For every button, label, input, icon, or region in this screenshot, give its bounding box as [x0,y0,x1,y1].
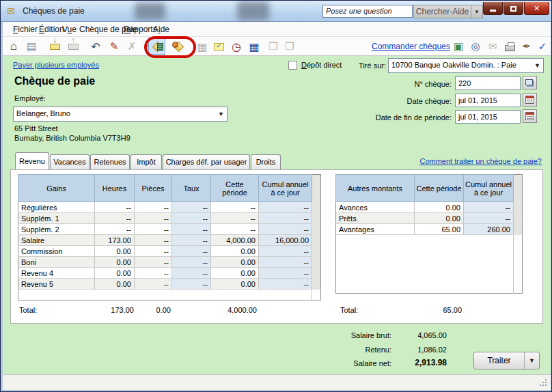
employee-name: Belanger, Bruno [16,109,70,117]
table-row: Supplém. 2 -- -- -- -- -- [18,224,321,235]
table-row: Revenu 5 0.00 -- -- 0.00 -- [18,279,321,290]
maximize-button[interactable] [503,2,523,15]
tab-droits[interactable]: Droits [251,154,281,169]
search-help-dropdown-arrow-icon[interactable]: ▼ [471,5,483,18]
employee-address-line2: Burnaby, British Columbia V7T3H9 [14,134,130,142]
recalculate-taxes-icon: ▦ [195,39,210,54]
tab-impot[interactable]: Impôt [130,154,162,169]
menu-vue[interactable]: Vue [62,25,77,34]
table-row: Avantages 65.00 260.00 [336,224,523,235]
redacted-blur [237,1,269,20]
tab-charges-def-par-usager[interactable]: Charges déf. par usager [163,154,250,169]
table-row: Boni 0.00 -- -- 0.00 -- [18,257,321,268]
order-cheques-icon[interactable]: ▣ [451,39,466,54]
drawn-on-dropdown[interactable]: 10700 Banque Oakville Domin. : Paie ▼ [388,58,544,73]
income-header-row: Gains Heures Pièces Taux Cette période C… [18,175,321,202]
minimize-button[interactable] [483,2,503,15]
ask-question-input[interactable]: Posez une question [322,5,413,18]
menu-edition[interactable]: Édition [39,25,64,34]
other-amounts-table: Autres montants Cette période Cumul annu… [335,174,523,294]
calendar-icon [525,96,534,104]
menu-fichier[interactable]: Fichier [13,25,38,34]
how-to-process-paycheque-link[interactable]: Comment traiter un chèque de paie? [370,157,542,165]
table-row: Supplém. 1 -- -- -- -- -- [18,213,321,224]
menu-aide[interactable]: Aide [153,25,169,34]
cheque-date-label: Date chèque: [301,97,452,105]
table-row: Revenu 4 0.00 -- -- 0.00 -- [18,268,321,279]
period-end-calendar-button[interactable] [523,109,537,123]
table-row: Régulières -- -- -- -- -- [18,202,321,213]
period-end-date-input[interactable]: jul 01, 2015 [455,110,521,124]
process-button[interactable]: Traiter ▼ [473,352,540,369]
red-annotation-oval [144,36,196,58]
menu-rapports[interactable]: Rapports [124,25,157,34]
income-total-label: Total: [19,306,37,314]
table-row: Commission 0.00 -- -- 0.00 -- [18,246,321,257]
chevron-down-icon: ▼ [534,62,540,69]
table-row: Salaire 173.00 -- -- 4,000.00 16,000.00 [18,235,321,246]
other-header-row: Autres montants Cette période Cumul annu… [336,175,523,202]
calendar-icon [525,112,534,120]
cheque-date-calendar-button[interactable] [523,93,537,107]
paycheque-window: ✉ Chèques de paie Posez une question Che… [0,0,552,392]
cheque-number-lookup-button[interactable] [523,76,537,89]
table-row: Prêts 0.00 -- [336,213,523,224]
withheld-value: 1,086.02 [387,346,447,354]
resize-grip[interactable] [545,384,547,386]
other-total-period: 65.00 [411,306,462,314]
email-icon: ✉ [485,39,500,54]
table-row: Avances 0.00 -- [336,202,523,213]
window-title: Chèques de paie [23,6,85,16]
pay-multiple-employees-link[interactable]: Payer plusieurs employés [13,61,99,69]
allocate-icon[interactable] [211,39,226,54]
period-end-date-label: Date de fin de période: [301,113,452,122]
cheque-number-label: N° chèque: [301,80,452,88]
withheld-label: Retenu: [281,346,391,354]
reverse-icon: ✗ [124,39,139,54]
page-title: Chèque de paie [14,75,95,87]
redacted-blur [135,3,165,20]
income-total-period: 4,000.00 [209,306,257,314]
customize-icon[interactable]: ✒ [519,39,534,54]
store-icon[interactable] [47,39,62,54]
order-cheques-link[interactable]: Commander chèques [372,42,450,51]
close-button[interactable]: ✕ [524,2,549,15]
home-icon[interactable]: ⌂ [6,39,21,54]
employee-address-line1: 65 Pitt Street [14,124,58,132]
preview-icon[interactable]: ◎ [468,39,483,54]
process-dropdown-arrow-icon[interactable]: ▼ [524,352,539,369]
statusbar [3,374,551,390]
cheque-date-input[interactable]: jul 01, 2015 [455,94,521,107]
undo-icon[interactable]: ↶ [88,39,103,54]
daily-business-manager-icon[interactable]: ▤ [24,39,39,54]
print-icon[interactable] [502,39,517,54]
adjust-icon[interactable]: ✎ [107,39,122,54]
gross-pay-value: 4,065.00 [387,331,447,339]
forms-icon [525,79,533,85]
tab-revenu[interactable]: Revenu [15,152,49,169]
drawn-on-label: Tiré sur: [329,61,386,70]
income-table: Gains Heures Pièces Taux Cette période C… [18,174,321,300]
employee-label: Employé: [14,94,46,102]
income-total-pieces: 0.00 [135,306,171,314]
net-pay-value: 2,913.98 [387,358,447,367]
direct-deposit-checkbox[interactable] [288,61,297,70]
net-pay-label: Salaire net: [281,359,391,367]
drawn-on-value: 10700 Banque Oakville Domin. : Paie [391,61,516,69]
store-transaction-icon: ❐ [266,39,281,54]
tab-retenues[interactable]: Retenues [90,154,130,169]
recall-icon [66,39,81,54]
income-total-hours: 173.00 [96,306,134,314]
process-check-icon[interactable]: ✓ [535,39,550,54]
tab-vacances[interactable]: Vacances [50,154,89,169]
time-slips-icon[interactable]: ◷ [229,39,244,54]
search-help-button[interactable]: Chercher-Aide [413,5,471,18]
employee-dropdown[interactable]: Belanger, Bruno ▼ [13,107,227,122]
gross-pay-label: Salaire brut: [281,331,391,339]
recall-transaction-icon: ❐ [282,39,297,54]
titlebar: ✉ Chèques de paie Posez une question Che… [1,1,552,22]
calculator-icon[interactable]: ▦ [247,39,262,54]
chevron-down-icon: ▼ [218,111,224,117]
cheque-number-input[interactable]: 220 [455,76,521,90]
process-button-label[interactable]: Traiter [474,352,524,369]
